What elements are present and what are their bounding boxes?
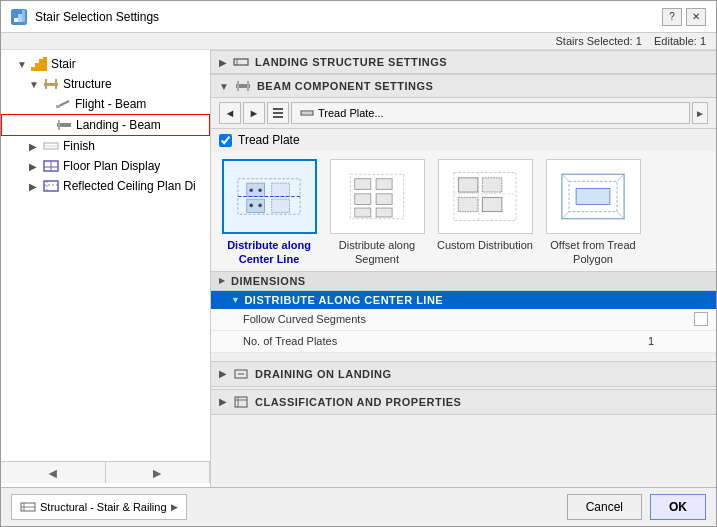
expand-structure-icon: ▼ [29, 79, 39, 90]
ok-button[interactable]: OK [650, 494, 706, 520]
finish-label: Finish [63, 139, 95, 153]
dist-label-custom: Custom Distribution [437, 238, 533, 252]
distribute-center-label: DISTRIBUTE ALONG CENTER LINE [244, 294, 443, 306]
editable-label: Editable: [654, 35, 697, 47]
tree-item-stair[interactable]: ▼ Stair [1, 54, 210, 74]
svg-rect-35 [272, 183, 290, 196]
tread-plate-checkbox[interactable] [219, 134, 232, 147]
svg-rect-3 [31, 67, 35, 71]
dist-option-segment[interactable]: Distribute alongSegment [327, 159, 427, 267]
svg-rect-43 [355, 179, 371, 190]
expand-ceiling-icon: ▶ [29, 181, 39, 192]
svg-rect-25 [237, 81, 239, 91]
help-button[interactable]: ? [662, 8, 682, 26]
tree-item-floor-plan[interactable]: ▶ Floor Plan Display [1, 156, 210, 176]
main-content: ▼ Stair ▼ [1, 50, 716, 487]
no-tread-value: 1 [648, 335, 708, 347]
draining-header[interactable]: ▶ DRAINING ON LANDING [211, 361, 716, 387]
cancel-button[interactable]: Cancel [567, 494, 642, 520]
panel-left-arrow[interactable]: ◄ [1, 462, 106, 483]
landing-expand-icon: ▶ [219, 57, 227, 68]
beam-section-icon [235, 79, 251, 93]
left-panel-footer: ◄ ► [1, 461, 210, 483]
dimensions-header[interactable]: ▶ DIMENSIONS [211, 271, 716, 291]
structure-node-icon [43, 77, 59, 91]
bottom-bar: Structural - Stair & Railing ▶ Cancel OK [1, 487, 716, 526]
svg-rect-9 [55, 79, 57, 89]
dialog-title: Stair Selection Settings [35, 10, 159, 24]
distribution-area: Distribute alongCenter Line [211, 151, 716, 271]
svg-rect-36 [272, 199, 290, 212]
tree-item-flight-beam[interactable]: ▶ Flight - Beam [1, 94, 210, 114]
dist-option-center-line[interactable]: Distribute alongCenter Line [219, 159, 319, 267]
svg-rect-6 [43, 57, 47, 71]
svg-rect-34 [247, 199, 265, 212]
tree-item-structure[interactable]: ▼ Structure [1, 74, 210, 94]
svg-rect-53 [482, 197, 502, 211]
svg-rect-27 [273, 108, 283, 110]
svg-rect-48 [376, 208, 392, 217]
svg-rect-50 [458, 178, 478, 192]
follow-curved-checkbox[interactable] [694, 312, 708, 326]
svg-rect-0 [14, 18, 18, 22]
tree-item-finish[interactable]: ▶ Finish [1, 136, 210, 156]
prev-btn[interactable]: ◄ [219, 102, 241, 124]
close-button[interactable]: ✕ [686, 8, 706, 26]
svg-rect-46 [376, 194, 392, 205]
tree-item-landing-beam[interactable]: ▶ Landing - Beam [1, 114, 210, 136]
tree-item-ceiling-plan[interactable]: ▶ Reflected Ceiling Plan Di [1, 176, 210, 196]
workflow-label: Structural - Stair & Railing [40, 501, 167, 513]
title-bar: Stair Selection Settings ? ✕ [1, 1, 716, 33]
svg-line-61 [562, 212, 569, 219]
draining-title: DRAINING ON LANDING [255, 368, 392, 380]
landing-structure-header[interactable]: ▶ LANDING STRUCTURE SETTINGS [211, 50, 716, 74]
svg-rect-4 [35, 63, 39, 71]
dimensions-title: DIMENSIONS [231, 275, 306, 287]
flight-beam-icon [55, 97, 71, 111]
dialog: Stair Selection Settings ? ✕ Stairs Sele… [0, 0, 717, 527]
tread-plate-checkbox-row: Tread Plate [211, 129, 716, 151]
dimensions-expand-icon: ▶ [219, 276, 225, 285]
beam-toolbar: ◄ ► Tread Plate... ► [211, 98, 716, 129]
dist-label-center-line: Distribute alongCenter Line [227, 238, 311, 267]
svg-rect-51 [482, 178, 502, 192]
svg-rect-13 [58, 120, 60, 130]
svg-line-62 [617, 212, 624, 219]
svg-rect-52 [458, 197, 478, 211]
svg-rect-8 [45, 79, 47, 89]
dist-img-offset [546, 159, 641, 234]
workflow-button[interactable]: Structural - Stair & Railing ▶ [11, 494, 187, 520]
flight-beam-label: Flight - Beam [75, 97, 146, 111]
dist-option-custom[interactable]: Custom Distribution [435, 159, 535, 267]
expand-finish-icon: ▶ [29, 141, 39, 152]
next-btn[interactable]: ► [243, 102, 265, 124]
distribute-center-row[interactable]: ▼ DISTRIBUTE ALONG CENTER LINE [211, 291, 716, 309]
svg-rect-47 [355, 208, 371, 217]
dist-option-offset[interactable]: Offset from TreadPolygon [543, 159, 643, 267]
tread-plate-button[interactable]: Tread Plate... [291, 102, 690, 124]
tread-plate-checkbox-label: Tread Plate [238, 133, 300, 147]
toolbar-right-arrow[interactable]: ► [692, 102, 708, 124]
dist-img-segment [330, 159, 425, 234]
svg-rect-28 [273, 112, 283, 114]
panel-right-arrow[interactable]: ► [106, 462, 211, 483]
svg-rect-44 [376, 179, 392, 190]
svg-line-60 [617, 174, 624, 181]
beam-component-header[interactable]: ▼ BEAM COMPONENT SETTINGS [211, 74, 716, 98]
floor-plan-label: Floor Plan Display [63, 159, 160, 173]
app-icon [11, 9, 27, 25]
svg-point-40 [249, 204, 253, 208]
svg-rect-58 [576, 189, 610, 205]
stair-node-icon [31, 57, 47, 71]
structure-label: Structure [63, 77, 112, 91]
stairs-selected-value: 1 [636, 35, 642, 47]
svg-rect-19 [44, 181, 58, 191]
svg-rect-11 [56, 105, 60, 108]
floor-plan-icon [43, 159, 59, 173]
classification-header[interactable]: ▶ CLASSIFICATION AND PROPERTIES [211, 389, 716, 415]
dist-img-custom [438, 159, 533, 234]
list-btn[interactable] [267, 102, 289, 124]
landing-beam-icon [56, 118, 72, 132]
ceiling-plan-label: Reflected Ceiling Plan Di [63, 179, 196, 193]
dist-label-segment: Distribute alongSegment [339, 238, 415, 267]
